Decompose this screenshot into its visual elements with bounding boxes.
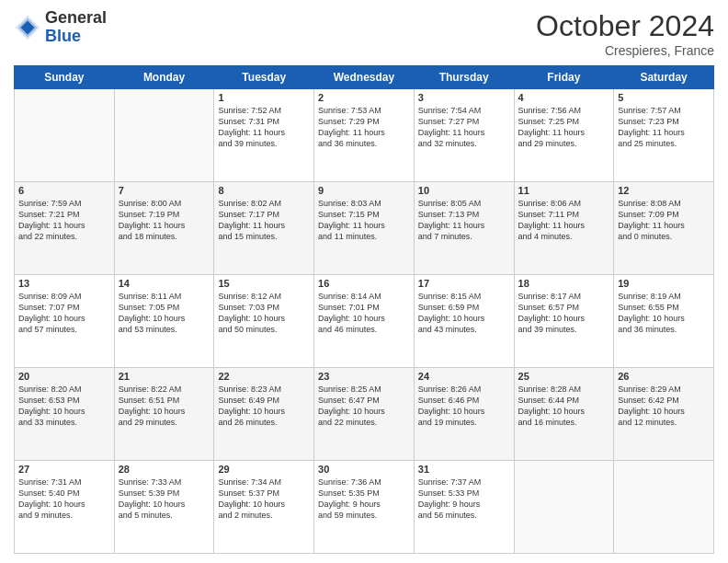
calendar-cell: 26Sunrise: 8:29 AM Sunset: 6:42 PM Dayli… bbox=[614, 368, 714, 461]
day-number: 17 bbox=[418, 278, 510, 289]
day-number: 2 bbox=[318, 92, 410, 103]
calendar-cell bbox=[614, 461, 714, 554]
calendar-cell: 19Sunrise: 8:19 AM Sunset: 6:55 PM Dayli… bbox=[614, 275, 714, 368]
week-row-4: 20Sunrise: 8:20 AM Sunset: 6:53 PM Dayli… bbox=[15, 368, 714, 461]
calendar-cell: 15Sunrise: 8:12 AM Sunset: 7:03 PM Dayli… bbox=[214, 275, 314, 368]
day-header-monday: Monday bbox=[114, 66, 214, 89]
cell-content: Sunrise: 7:31 AM Sunset: 5:40 PM Dayligh… bbox=[18, 477, 110, 522]
cell-content: Sunrise: 8:03 AM Sunset: 7:15 PM Dayligh… bbox=[318, 198, 410, 243]
cell-content: Sunrise: 8:09 AM Sunset: 7:07 PM Dayligh… bbox=[18, 291, 110, 336]
calendar-cell: 25Sunrise: 8:28 AM Sunset: 6:44 PM Dayli… bbox=[514, 368, 614, 461]
cell-content: Sunrise: 8:17 AM Sunset: 6:57 PM Dayligh… bbox=[518, 291, 610, 336]
calendar-cell: 1Sunrise: 7:52 AM Sunset: 7:31 PM Daylig… bbox=[214, 89, 314, 182]
day-number: 23 bbox=[318, 371, 410, 382]
day-number: 24 bbox=[418, 371, 510, 382]
day-number: 27 bbox=[18, 464, 110, 475]
day-number: 25 bbox=[518, 371, 610, 382]
day-number: 26 bbox=[618, 371, 710, 382]
calendar-cell: 23Sunrise: 8:25 AM Sunset: 6:47 PM Dayli… bbox=[314, 368, 415, 461]
calendar-cell bbox=[15, 89, 115, 182]
day-number: 6 bbox=[18, 185, 110, 196]
logo-blue: Blue bbox=[45, 28, 107, 46]
calendar-cell: 22Sunrise: 8:23 AM Sunset: 6:49 PM Dayli… bbox=[214, 368, 314, 461]
calendar-cell: 14Sunrise: 8:11 AM Sunset: 7:05 PM Dayli… bbox=[114, 275, 214, 368]
calendar-cell: 13Sunrise: 8:09 AM Sunset: 7:07 PM Dayli… bbox=[15, 275, 115, 368]
cell-content: Sunrise: 8:12 AM Sunset: 7:03 PM Dayligh… bbox=[218, 291, 310, 336]
cell-content: Sunrise: 7:52 AM Sunset: 7:31 PM Dayligh… bbox=[218, 105, 310, 150]
day-number: 11 bbox=[518, 185, 610, 196]
header-row: SundayMondayTuesdayWednesdayThursdayFrid… bbox=[15, 66, 714, 89]
day-header-sunday: Sunday bbox=[15, 66, 115, 89]
calendar-cell: 27Sunrise: 7:31 AM Sunset: 5:40 PM Dayli… bbox=[15, 461, 115, 554]
calendar-cell: 4Sunrise: 7:56 AM Sunset: 7:25 PM Daylig… bbox=[514, 89, 614, 182]
day-number: 14 bbox=[119, 278, 210, 289]
cell-content: Sunrise: 7:37 AM Sunset: 5:33 PM Dayligh… bbox=[418, 477, 510, 522]
cell-content: Sunrise: 7:59 AM Sunset: 7:21 PM Dayligh… bbox=[18, 198, 110, 243]
cell-content: Sunrise: 7:34 AM Sunset: 5:37 PM Dayligh… bbox=[218, 477, 310, 522]
day-number: 18 bbox=[518, 278, 610, 289]
day-number: 21 bbox=[119, 371, 210, 382]
logo-icon bbox=[14, 14, 41, 41]
calendar-cell bbox=[514, 461, 614, 554]
cell-content: Sunrise: 7:33 AM Sunset: 5:39 PM Dayligh… bbox=[119, 477, 210, 522]
header: General Blue October 2024 Crespieres, Fr… bbox=[14, 9, 714, 58]
day-number: 29 bbox=[218, 464, 310, 475]
cell-content: Sunrise: 8:25 AM Sunset: 6:47 PM Dayligh… bbox=[318, 384, 410, 429]
calendar-cell: 6Sunrise: 7:59 AM Sunset: 7:21 PM Daylig… bbox=[15, 182, 115, 275]
week-row-5: 27Sunrise: 7:31 AM Sunset: 5:40 PM Dayli… bbox=[15, 461, 714, 554]
day-number: 10 bbox=[418, 185, 510, 196]
cell-content: Sunrise: 8:00 AM Sunset: 7:19 PM Dayligh… bbox=[119, 198, 210, 243]
calendar-table: SundayMondayTuesdayWednesdayThursdayFrid… bbox=[14, 65, 714, 554]
calendar-cell: 3Sunrise: 7:54 AM Sunset: 7:27 PM Daylig… bbox=[414, 89, 514, 182]
cell-content: Sunrise: 8:02 AM Sunset: 7:17 PM Dayligh… bbox=[218, 198, 310, 243]
week-row-2: 6Sunrise: 7:59 AM Sunset: 7:21 PM Daylig… bbox=[15, 182, 714, 275]
calendar-cell: 9Sunrise: 8:03 AM Sunset: 7:15 PM Daylig… bbox=[314, 182, 415, 275]
cell-content: Sunrise: 8:20 AM Sunset: 6:53 PM Dayligh… bbox=[18, 384, 110, 429]
cell-content: Sunrise: 8:19 AM Sunset: 6:55 PM Dayligh… bbox=[618, 291, 710, 336]
title-block: October 2024 Crespieres, France bbox=[536, 9, 714, 58]
calendar-cell: 11Sunrise: 8:06 AM Sunset: 7:11 PM Dayli… bbox=[514, 182, 614, 275]
cell-content: Sunrise: 7:56 AM Sunset: 7:25 PM Dayligh… bbox=[518, 105, 610, 150]
day-number: 5 bbox=[618, 92, 710, 103]
week-row-1: 1Sunrise: 7:52 AM Sunset: 7:31 PM Daylig… bbox=[15, 89, 714, 182]
day-number: 4 bbox=[518, 92, 610, 103]
calendar-cell: 21Sunrise: 8:22 AM Sunset: 6:51 PM Dayli… bbox=[114, 368, 214, 461]
day-number: 30 bbox=[318, 464, 410, 475]
day-header-thursday: Thursday bbox=[414, 66, 514, 89]
day-number: 8 bbox=[218, 185, 310, 196]
cell-content: Sunrise: 8:14 AM Sunset: 7:01 PM Dayligh… bbox=[318, 291, 410, 336]
cell-content: Sunrise: 8:05 AM Sunset: 7:13 PM Dayligh… bbox=[418, 198, 510, 243]
calendar-cell: 28Sunrise: 7:33 AM Sunset: 5:39 PM Dayli… bbox=[114, 461, 214, 554]
cell-content: Sunrise: 8:26 AM Sunset: 6:46 PM Dayligh… bbox=[418, 384, 510, 429]
cell-content: Sunrise: 8:22 AM Sunset: 6:51 PM Dayligh… bbox=[119, 384, 210, 429]
week-row-3: 13Sunrise: 8:09 AM Sunset: 7:07 PM Dayli… bbox=[15, 275, 714, 368]
calendar-cell: 30Sunrise: 7:36 AM Sunset: 5:35 PM Dayli… bbox=[314, 461, 415, 554]
logo-text: General Blue bbox=[45, 9, 107, 46]
day-header-saturday: Saturday bbox=[614, 66, 714, 89]
calendar-cell: 2Sunrise: 7:53 AM Sunset: 7:29 PM Daylig… bbox=[314, 89, 415, 182]
calendar-cell: 10Sunrise: 8:05 AM Sunset: 7:13 PM Dayli… bbox=[414, 182, 514, 275]
page: General Blue October 2024 Crespieres, Fr… bbox=[0, 0, 728, 563]
day-number: 16 bbox=[318, 278, 410, 289]
calendar-cell: 16Sunrise: 8:14 AM Sunset: 7:01 PM Dayli… bbox=[314, 275, 415, 368]
cell-content: Sunrise: 7:53 AM Sunset: 7:29 PM Dayligh… bbox=[318, 105, 410, 150]
cell-content: Sunrise: 7:57 AM Sunset: 7:23 PM Dayligh… bbox=[618, 105, 710, 150]
day-number: 7 bbox=[119, 185, 210, 196]
day-number: 1 bbox=[218, 92, 310, 103]
cell-content: Sunrise: 7:54 AM Sunset: 7:27 PM Dayligh… bbox=[418, 105, 510, 150]
calendar-cell: 29Sunrise: 7:34 AM Sunset: 5:37 PM Dayli… bbox=[214, 461, 314, 554]
cell-content: Sunrise: 8:28 AM Sunset: 6:44 PM Dayligh… bbox=[518, 384, 610, 429]
day-header-tuesday: Tuesday bbox=[214, 66, 314, 89]
day-number: 28 bbox=[119, 464, 210, 475]
logo: General Blue bbox=[14, 9, 107, 46]
calendar-cell: 8Sunrise: 8:02 AM Sunset: 7:17 PM Daylig… bbox=[214, 182, 314, 275]
day-number: 13 bbox=[18, 278, 110, 289]
location: Crespieres, France bbox=[536, 43, 714, 58]
calendar-cell: 5Sunrise: 7:57 AM Sunset: 7:23 PM Daylig… bbox=[614, 89, 714, 182]
cell-content: Sunrise: 8:29 AM Sunset: 6:42 PM Dayligh… bbox=[618, 384, 710, 429]
calendar-cell: 24Sunrise: 8:26 AM Sunset: 6:46 PM Dayli… bbox=[414, 368, 514, 461]
day-number: 31 bbox=[418, 464, 510, 475]
cell-content: Sunrise: 8:06 AM Sunset: 7:11 PM Dayligh… bbox=[518, 198, 610, 243]
cell-content: Sunrise: 8:11 AM Sunset: 7:05 PM Dayligh… bbox=[119, 291, 210, 336]
calendar-cell: 17Sunrise: 8:15 AM Sunset: 6:59 PM Dayli… bbox=[414, 275, 514, 368]
